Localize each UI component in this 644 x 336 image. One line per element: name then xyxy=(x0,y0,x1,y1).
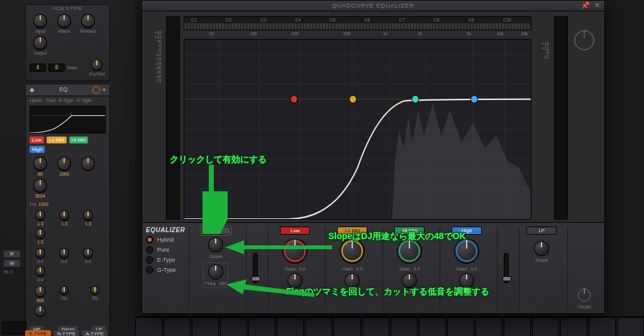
low-freq-knob[interactable] xyxy=(287,273,303,288)
expand-icon[interactable]: ◆ xyxy=(30,86,35,93)
drywet-knob[interactable]: Dry/Wet xyxy=(88,59,106,76)
rack-band-low-knob[interactable]: 80 xyxy=(30,157,51,176)
rack-q1[interactable]: 1.3 xyxy=(30,210,51,226)
hp-mix-slider[interactable] xyxy=(253,253,258,283)
panel-power-icon[interactable] xyxy=(578,289,591,301)
himid-gain-knob[interactable] xyxy=(397,238,422,264)
mode-pure[interactable]: Pure xyxy=(146,246,185,254)
output-knob[interactable]: Output xyxy=(30,36,51,55)
high-gain-knob[interactable] xyxy=(454,238,479,264)
side-pct: % C xyxy=(4,269,20,275)
plugin-title: QUADCURVE EQUALIZER xyxy=(333,3,414,9)
close-icon[interactable]: ✕ xyxy=(594,1,601,9)
pin-icon[interactable]: 📌 xyxy=(581,1,591,9)
himid-freq-knob[interactable] xyxy=(402,273,417,288)
node-lomid xyxy=(350,96,357,103)
lp-tab[interactable]: LP xyxy=(526,227,557,235)
rack-lvl1[interactable]: 0.0 xyxy=(30,248,51,264)
quadcurve-eq-window: QUADCURVE EQUALIZER 📌 ✕ +18+12+60-6-12-1… xyxy=(142,0,605,314)
mode-gtype[interactable]: G-Type xyxy=(146,266,185,274)
high-freq-knob[interactable] xyxy=(459,273,474,288)
freq-axis: 501002005001k2k5k10k20k xyxy=(184,31,531,38)
side-r[interactable]: R xyxy=(4,250,20,257)
rack-band-lomid-knob[interactable]: 1262 xyxy=(53,157,75,176)
rack-q2[interactable]: 1.3 xyxy=(53,210,75,226)
release-knob[interactable]: Release xyxy=(77,14,99,33)
rack-lvl4[interactable]: 0.0 xyxy=(30,266,51,282)
panel-title: EQUALIZER xyxy=(146,227,185,233)
hp-freq-knob[interactable] xyxy=(208,264,223,279)
band-lomid-tag[interactable]: Lo Mid xyxy=(47,137,67,143)
device-rack: FC1E X-TYPE Input Attack Release Output … xyxy=(0,0,135,336)
rack-mode-gtype[interactable]: G-Type xyxy=(77,98,91,103)
rack-eq-graph[interactable] xyxy=(30,106,106,133)
compressor-type: FC1E X-TYPE xyxy=(26,5,109,12)
node-himid xyxy=(412,96,419,103)
hp-slope-knob[interactable] xyxy=(208,237,223,252)
rack-eq-name: EQ xyxy=(37,86,90,92)
lomid-gain-knob[interactable] xyxy=(340,238,365,264)
lomid-tab[interactable]: Lo Mid xyxy=(337,227,367,235)
mode-etype[interactable]: E-Type xyxy=(146,256,185,264)
ratio-a[interactable]: 4 xyxy=(30,64,46,72)
mini-meters xyxy=(3,322,26,334)
input-meter xyxy=(166,16,180,220)
node-high xyxy=(470,96,477,103)
eq-response-graph[interactable] xyxy=(184,39,531,220)
lp-slope-knob[interactable] xyxy=(534,241,549,256)
plugin-power-icon[interactable] xyxy=(574,30,594,50)
rack-mode-pure[interactable]: Pure xyxy=(46,98,55,103)
input-knob[interactable]: Input xyxy=(30,14,51,33)
rack-mode-etype[interactable]: E-Type xyxy=(59,98,73,103)
mode-hybrid[interactable]: Hybrid xyxy=(146,236,185,244)
node-low xyxy=(291,96,297,103)
rack-lp-knob[interactable] xyxy=(30,305,51,322)
rack-mode-hybrid[interactable]: Hybrid xyxy=(30,98,42,103)
piano-ruler: C1C2C3C4C5C6C7C8C9C10 xyxy=(184,16,531,30)
rack-band-high-knob[interactable]: 5024 xyxy=(30,179,51,198)
rack-slp-knob[interactable]: Slp xyxy=(53,286,75,300)
rack-band-himid-knob[interactable] xyxy=(77,157,99,172)
lp-mix-slider[interactable] xyxy=(504,253,509,283)
menu-icon[interactable]: ▾ xyxy=(103,86,106,93)
output-meter xyxy=(554,16,568,220)
db-scale-left: +18+12+60-6-12-18-24-30-36-48-72 xyxy=(150,16,162,97)
power-icon[interactable] xyxy=(92,86,100,94)
mixer-background xyxy=(135,316,644,336)
hp-tab[interactable]: HP xyxy=(201,227,231,235)
low-gain-knob[interactable] xyxy=(282,238,308,264)
lomid-freq-knob[interactable] xyxy=(345,273,360,288)
band-low-tag[interactable]: Low xyxy=(30,137,44,143)
plugin-titlebar[interactable]: QUADCURVE EQUALIZER 📌 ✕ xyxy=(142,1,604,11)
rack-slp2-knob[interactable]: Slp xyxy=(84,286,106,300)
gloss-label: Gloss xyxy=(578,304,591,310)
attack-knob[interactable]: Attack xyxy=(53,14,75,33)
ratio-b[interactable]: 8 xyxy=(48,64,65,72)
rack-lvl2[interactable]: 0.0 xyxy=(53,248,75,264)
db-scale-right: +18+120-12 xyxy=(538,16,549,84)
low-tab[interactable]: Low xyxy=(280,227,310,235)
side-w[interactable]: W xyxy=(4,260,20,267)
tab-xtype[interactable]: X-TYPE xyxy=(25,330,51,336)
band-high-tag[interactable]: High xyxy=(30,146,45,153)
rack-lvl3[interactable]: 0.0 xyxy=(77,248,99,264)
high-tab[interactable]: High xyxy=(452,227,482,235)
rack-q4[interactable]: 1.3 xyxy=(30,228,51,244)
rack-hp-knob[interactable]: 606 xyxy=(30,286,51,303)
tab-atype[interactable]: A-TYPE xyxy=(82,330,108,336)
rack-q3[interactable]: 1.3 xyxy=(77,210,99,226)
tab-ntype[interactable]: N-TYPE xyxy=(53,330,79,336)
equalizer-panel: EQUALIZER Hybrid Pure E-Type G-Type HP S… xyxy=(142,222,604,313)
himid-tab[interactable]: Hi Mid xyxy=(394,227,425,235)
band-himid-tag[interactable]: Hi Mid xyxy=(69,137,89,143)
